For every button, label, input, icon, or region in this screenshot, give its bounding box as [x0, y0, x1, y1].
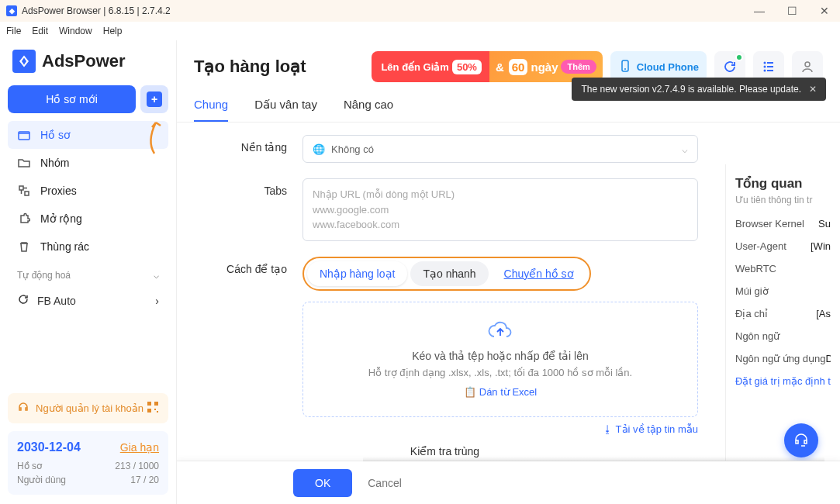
sidebar-item-label: FB Auto	[37, 295, 76, 307]
stats-profiles-label: Hồ sơ	[17, 461, 42, 471]
svg-point-9	[624, 68, 626, 70]
account-manager-card[interactable]: Người quản lý tài khoản	[8, 393, 168, 423]
menu-edit[interactable]: Edit	[32, 26, 48, 36]
tab-fingerprint[interactable]: Dấu vân tay	[254, 98, 317, 122]
promo-lead: Lên đến Giảm	[381, 61, 449, 73]
brand: AdsPower	[8, 50, 168, 73]
tab-advanced[interactable]: Nâng cao	[344, 98, 393, 122]
sidebar-item-fbauto[interactable]: FB Auto ›	[8, 285, 168, 316]
overview-row: Browser KernelSu	[735, 218, 831, 230]
overview-row: Múi giờ	[735, 285, 831, 297]
create-method-label: Cách để tạo	[194, 257, 302, 275]
svg-point-14	[764, 70, 766, 72]
cloud-phone-label: Cloud Phone	[637, 61, 699, 73]
close-button[interactable]: ✕	[815, 5, 834, 17]
folder-open-icon	[17, 157, 31, 168]
renew-link[interactable]: Gia hạn	[120, 441, 159, 454]
sidebar-item-label: Mở rộng	[40, 212, 82, 225]
tab-general[interactable]: Chung	[194, 98, 228, 122]
segment-quick-create[interactable]: Tạo nhanh	[410, 261, 488, 286]
upload-dropzone[interactable]: Kéo và thả tệp hoặc nhấp để tải lên Hỗ t…	[302, 302, 698, 417]
svg-point-16	[805, 62, 810, 67]
overview-panel: Tổng quan Ưu tiên thông tin tr Browser K…	[725, 164, 840, 498]
window-title: AdsPower Browser | 6.8.15 | 2.7.4.2	[22, 5, 171, 16]
update-notice: The new version v2.7.4.9 is available. P…	[572, 78, 826, 101]
footer: OK Cancel	[177, 461, 840, 504]
new-profile-button[interactable]: Hồ sơ mới	[8, 85, 136, 113]
dropzone-subtitle: Hỗ trợ định dạng .xlsx, .xls, .txt; tối …	[322, 367, 679, 378]
promo-more: Thêm	[561, 60, 596, 74]
svg-rect-13	[767, 66, 773, 67]
svg-rect-1	[19, 186, 23, 190]
overview-row: Địa chỉ[As	[735, 308, 831, 319]
overview-defaults-link[interactable]: Đặt giá trị mặc định t	[735, 375, 831, 387]
chevron-down-icon: ⌵	[682, 143, 688, 155]
status-dot-icon	[735, 54, 743, 61]
overview-row: Ngôn ngữ ứng dụngDự	[735, 353, 831, 364]
page-title: Tạo hàng loạt	[194, 57, 306, 77]
phone-icon	[618, 59, 632, 75]
batch-create-button[interactable]: +	[140, 85, 168, 113]
svg-rect-15	[767, 70, 773, 71]
globe-icon: 🌐	[313, 143, 325, 155]
close-icon[interactable]: ✕	[809, 84, 817, 95]
sidebar-item-profiles[interactable]: Hồ sơ	[8, 121, 168, 149]
qr-icon	[147, 401, 159, 416]
duplicate-check-row: Kiểm tra trùng	[386, 439, 724, 457]
promo-banner[interactable]: Lên đến Giảm 50% & 60ngày Thêm	[372, 51, 602, 82]
sidebar-item-trash[interactable]: Thùng rác	[8, 233, 168, 261]
titlebar: ◆ AdsPower Browser | 6.8.15 | 2.7.4.2 — …	[0, 0, 840, 22]
maximize-button[interactable]: ☐	[783, 5, 801, 17]
chevron-down-icon: ⌵	[154, 270, 159, 281]
minimize-button[interactable]: —	[750, 5, 769, 17]
segment-transfer[interactable]: Chuyển hồ sơ	[492, 261, 586, 286]
refresh-icon	[17, 293, 29, 308]
sidebar: AdsPower Hồ sơ mới + Hồ sơ Nhóm Pro	[0, 40, 177, 504]
tabs-textarea[interactable]: Nhập URL (mỗi dòng một URL) www.google.c…	[302, 178, 698, 241]
paste-from-excel-link[interactable]: 📋 Dán từ Excel	[464, 386, 537, 398]
sidebar-item-extensions[interactable]: Mở rộng	[8, 205, 168, 233]
segment-batch-import[interactable]: Nhập hàng loạt	[307, 261, 407, 286]
sidebar-item-label: Hồ sơ	[40, 129, 71, 141]
brand-logo-icon	[12, 50, 36, 73]
svg-rect-11	[767, 62, 773, 64]
brand-text: AdsPower	[42, 51, 126, 71]
download-icon: ⭳	[603, 423, 613, 435]
svg-rect-4	[154, 402, 158, 406]
menu-help[interactable]: Help	[103, 26, 123, 36]
overview-subtitle: Ưu tiên thông tin tr	[735, 195, 831, 205]
svg-rect-2	[25, 192, 29, 195]
sidebar-item-groups[interactable]: Nhóm	[8, 149, 168, 177]
stats-users-value: 17 / 20	[130, 475, 159, 485]
ok-button[interactable]: OK	[293, 469, 352, 497]
svg-rect-3	[147, 402, 151, 406]
stats-profiles-value: 213 / 1000	[115, 461, 159, 471]
sidebar-item-proxies[interactable]: Proxies	[8, 177, 168, 205]
account-manager-label: Người quản lý tài khoản	[36, 402, 143, 414]
download-sample-link[interactable]: ⭳ Tải về tập tin mẫu	[302, 423, 698, 435]
duplicate-check-label: Kiểm tra trùng	[386, 439, 495, 457]
tabs-label: Tabs	[194, 178, 302, 197]
stats-users-label: Người dùng	[17, 475, 66, 485]
svg-rect-6	[154, 409, 156, 410]
cancel-button[interactable]: Cancel	[368, 477, 402, 489]
create-method-segment: Nhập hàng loạt Tạo nhanh Chuyển hồ sơ	[302, 257, 591, 291]
svg-rect-7	[157, 411, 158, 413]
folder-icon	[17, 129, 31, 140]
menubar: File Edit Window Help	[0, 22, 840, 40]
svg-point-10	[764, 62, 766, 64]
platform-select[interactable]: 🌐 Không có ⌵	[302, 135, 698, 163]
sidebar-item-label: Proxies	[40, 185, 77, 197]
expiry-date: 2030-12-04	[17, 440, 81, 454]
menu-file[interactable]: File	[6, 26, 21, 36]
platform-value: Không có	[331, 143, 374, 155]
svg-point-12	[764, 66, 766, 68]
menu-window[interactable]: Window	[59, 26, 92, 36]
proxy-icon	[17, 185, 31, 197]
promo-50: 50%	[452, 60, 482, 74]
headset-icon	[17, 401, 29, 416]
trash-icon	[17, 240, 31, 253]
help-floating-button[interactable]	[784, 423, 818, 457]
promo-60: 60	[509, 59, 528, 75]
platform-label: Nền tảng	[194, 135, 302, 154]
